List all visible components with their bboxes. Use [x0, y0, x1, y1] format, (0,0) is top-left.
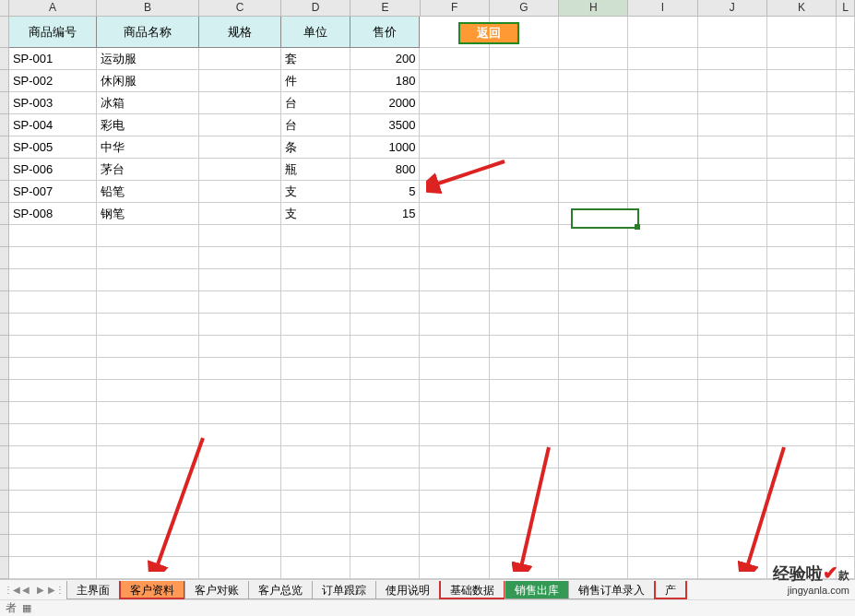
cell-code[interactable]: SP-001 [9, 48, 97, 70]
row-header[interactable] [0, 70, 9, 92]
cell-name[interactable]: 休闲服 [97, 70, 199, 92]
sheet-tab[interactable]: 使用说明 [375, 581, 440, 599]
cell-name[interactable]: 铅笔 [97, 181, 199, 203]
cell-unit[interactable]: 支 [281, 203, 350, 225]
row-header[interactable] [0, 48, 9, 70]
cell-unit[interactable]: 套 [281, 48, 350, 70]
col-header-a[interactable]: A [9, 0, 97, 16]
tab-nav-last-icon[interactable]: ▶⋮ [48, 582, 63, 598]
tab-nav-first-icon[interactable]: ⋮◀ [4, 582, 18, 598]
col-header-d[interactable]: D [281, 0, 350, 16]
cell-name[interactable]: 运动服 [97, 48, 199, 70]
col-header-j[interactable]: J [698, 0, 767, 16]
cell-price[interactable]: 5 [350, 181, 420, 203]
col-header-c[interactable]: C [199, 0, 281, 16]
cell-name[interactable]: 钢笔 [97, 203, 199, 225]
row-header[interactable] [0, 513, 9, 535]
cell-spec[interactable] [199, 48, 281, 70]
row-header[interactable] [0, 136, 9, 159]
cell-unit[interactable]: 件 [281, 70, 350, 92]
col-header-b[interactable]: B [97, 0, 199, 16]
row-header[interactable] [0, 269, 9, 291]
cell-price[interactable]: 1000 [350, 136, 420, 159]
back-button[interactable]: 返回 [458, 22, 519, 44]
cell-code[interactable]: SP-002 [9, 70, 97, 92]
tab-nav-next-icon[interactable]: ▶ [33, 582, 48, 598]
row-header[interactable] [0, 491, 9, 513]
row-header[interactable] [0, 535, 9, 557]
row-header[interactable] [0, 557, 9, 579]
row-header[interactable] [0, 181, 9, 203]
table-row: SP-008 钢笔 支 15 [0, 203, 855, 225]
col-header-f[interactable]: F [421, 0, 490, 16]
row-header[interactable] [0, 247, 9, 269]
cell-price[interactable]: 800 [350, 159, 420, 181]
cell-code[interactable]: SP-003 [9, 92, 97, 114]
cell-unit[interactable]: 条 [281, 136, 350, 159]
cell-unit[interactable]: 台 [281, 92, 350, 114]
row-header[interactable] [0, 424, 9, 446]
cell-spec[interactable] [199, 203, 281, 225]
sheet-tab[interactable]: 基础数据 [439, 581, 505, 599]
sheet-tab[interactable]: 客户总览 [248, 581, 313, 599]
row-header[interactable] [0, 336, 9, 358]
sheet-tab[interactable]: 客户对账 [184, 581, 249, 599]
cell-code[interactable]: SP-006 [9, 159, 97, 181]
header-unit[interactable]: 单位 [281, 17, 350, 48]
cell-code[interactable]: SP-007 [9, 181, 97, 203]
row-header[interactable] [0, 203, 9, 225]
cell-code[interactable]: SP-004 [9, 114, 97, 136]
header-product-code[interactable]: 商品编号 [9, 17, 97, 48]
cell-code[interactable]: SP-008 [9, 203, 97, 225]
col-header-g[interactable]: G [490, 0, 559, 16]
cell-price[interactable]: 180 [350, 70, 420, 92]
cell-spec[interactable] [199, 114, 281, 136]
cell-name[interactable]: 茅台 [97, 159, 199, 181]
col-header-h[interactable]: H [559, 0, 628, 16]
cell-name[interactable]: 中华 [97, 136, 199, 159]
sheet-tab[interactable]: 销售订单录入 [568, 581, 655, 599]
sheet-tab[interactable]: 产 [654, 581, 687, 599]
header-price[interactable]: 售价 [350, 17, 420, 48]
cell-unit[interactable]: 台 [281, 114, 350, 136]
header-spec[interactable]: 规格 [199, 17, 281, 48]
cell-name[interactable]: 彩电 [97, 114, 199, 136]
cell-price[interactable]: 3500 [350, 114, 420, 136]
row-header[interactable] [0, 225, 9, 247]
cell-name[interactable]: 冰箱 [97, 92, 199, 114]
row-header[interactable] [0, 92, 9, 114]
cell-price[interactable]: 15 [350, 203, 420, 225]
cell-price[interactable]: 200 [350, 48, 420, 70]
col-header-l[interactable]: L [837, 0, 855, 16]
cell-price[interactable]: 2000 [350, 92, 420, 114]
cell-spec[interactable] [199, 92, 281, 114]
col-header-i[interactable]: I [628, 0, 697, 16]
row-header[interactable] [0, 380, 9, 402]
table-row: SP-004 彩电 台 3500 [0, 114, 855, 136]
tab-nav-prev-icon[interactable]: ◀ [18, 582, 33, 598]
col-header-e[interactable]: E [350, 0, 420, 16]
row-header[interactable] [0, 358, 9, 380]
col-header-k[interactable]: K [767, 0, 837, 16]
row-header[interactable] [0, 402, 9, 424]
sheet-tab[interactable]: 订单跟踪 [312, 581, 376, 599]
cell-spec[interactable] [199, 136, 281, 159]
row-header[interactable] [0, 468, 9, 491]
row-header[interactable] [0, 314, 9, 336]
cell-spec[interactable] [199, 181, 281, 203]
row-header[interactable] [0, 291, 9, 314]
sheet-tab[interactable]: 主界面 [66, 581, 120, 599]
row-header[interactable] [0, 17, 9, 48]
sheet-tab[interactable]: 销售出库 [505, 581, 569, 599]
row-header[interactable] [0, 159, 9, 181]
cell-spec[interactable] [199, 70, 281, 92]
cell-code[interactable]: SP-005 [9, 136, 97, 159]
cell-unit[interactable]: 瓶 [281, 159, 350, 181]
cell-spec[interactable] [199, 159, 281, 181]
sheet-tab[interactable]: 客户资料 [119, 581, 185, 599]
table-row [0, 535, 855, 557]
row-header[interactable] [0, 446, 9, 468]
cell-unit[interactable]: 支 [281, 181, 350, 203]
row-header[interactable] [0, 114, 9, 136]
header-product-name[interactable]: 商品名称 [97, 17, 199, 48]
